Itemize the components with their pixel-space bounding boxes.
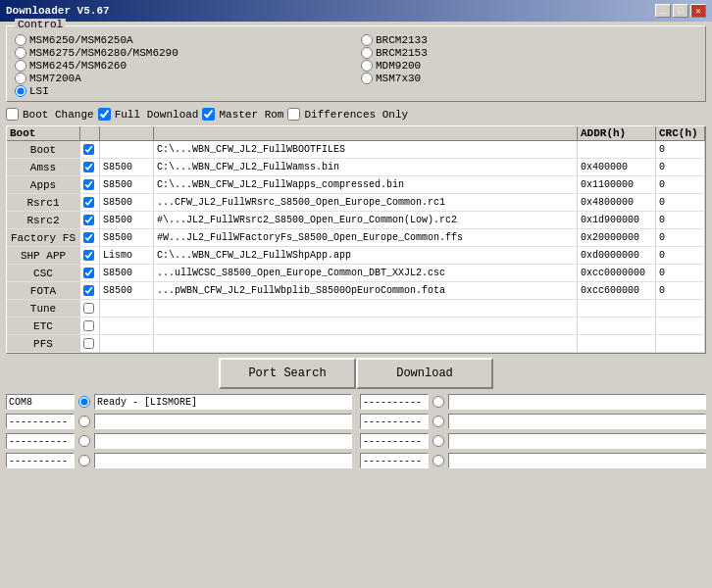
status-right-radio-1[interactable]: [432, 396, 444, 408]
radio-lsi[interactable]: LSI: [15, 85, 351, 97]
file-table: Boot ADDR(h) CRC(h) Boot C:\...WBN_CFW_J…: [6, 125, 706, 354]
row-check-pfs[interactable]: [80, 335, 100, 352]
status-right-text-1[interactable]: [448, 394, 706, 410]
row-check-boot[interactable]: [80, 141, 100, 158]
row-type-apps: S8500: [100, 176, 154, 193]
master-rom-checkbox[interactable]: [202, 108, 215, 121]
status-radio-1[interactable]: [78, 396, 90, 408]
table-row: FOTA S8500 ...pWBN_CFW_JL2_FullWbplib_S8…: [7, 282, 705, 300]
radio-mdm9200[interactable]: MDM9200: [361, 60, 697, 72]
table-row: SHP APP Lismo C:\...WBN_CFW_JL2_FullWShp…: [7, 247, 705, 265]
row-check-amss[interactable]: [80, 159, 100, 175]
table-row: PFS: [7, 335, 705, 353]
row-crc-rsrc1: 0: [656, 194, 705, 211]
status-radio-2[interactable]: [78, 416, 90, 427]
radio-msm7200a[interactable]: MSM7200A: [15, 73, 351, 84]
table-row: Tune: [7, 300, 705, 318]
status-right-input-2[interactable]: [360, 414, 429, 429]
table-row: ETC: [7, 318, 705, 335]
com-port-input[interactable]: [6, 394, 75, 410]
row-check-fota[interactable]: [80, 282, 100, 299]
row-check-rsrc2[interactable]: [80, 212, 100, 228]
control-group: Control MSM6250/MSM6250A BRCM2133 MSM627…: [6, 25, 706, 102]
row-crc-etc: [656, 318, 705, 334]
status-radio-3[interactable]: [78, 435, 90, 447]
status-text-4[interactable]: [94, 453, 352, 468]
row-addr-rsrc2: 0x1d900000: [578, 212, 656, 228]
status-input-3[interactable]: [6, 433, 75, 449]
row-path-factoryfs: #W...JL2_FullWFactoryFs_S8500_Open_Europ…: [154, 229, 578, 246]
row-addr-boot: [578, 141, 656, 158]
status-right-radio-3[interactable]: [432, 435, 444, 447]
status-right-text-3[interactable]: [448, 433, 706, 449]
row-check-rsrc1[interactable]: [80, 194, 100, 211]
row-path-csc: ...ullWCSC_S8500_Open_Europe_Common_DBT_…: [154, 265, 578, 281]
status-right-text-2[interactable]: [448, 414, 706, 429]
status-radio-4[interactable]: [78, 455, 90, 466]
row-addr-fota: 0xcc600000: [578, 282, 656, 299]
row-crc-boot: 0: [656, 141, 705, 158]
row-addr-etc: [578, 318, 656, 334]
col-crc: CRC(h): [656, 126, 705, 140]
row-type-factoryfs: S8500: [100, 229, 154, 246]
status-text-3[interactable]: [94, 433, 352, 449]
row-check-csc[interactable]: [80, 265, 100, 281]
status-row-right-4: [360, 452, 706, 469]
row-type-shpapp: Lismo: [100, 247, 154, 264]
radio-brcm2133[interactable]: BRCM2133: [361, 34, 697, 46]
differences-only-checkbox[interactable]: [287, 108, 300, 121]
options-row: Boot Change Full Download Master Rom Dif…: [6, 106, 706, 125]
radio-brcm2153[interactable]: BRCM2153: [361, 47, 697, 59]
row-addr-pfs: [578, 335, 656, 352]
download-button[interactable]: Download: [356, 358, 493, 389]
radio-msm6245[interactable]: MSM6245/MSM6260: [15, 60, 351, 72]
status-right-radio-4[interactable]: [432, 455, 444, 466]
table-row: CSC S8500 ...ullWCSC_S8500_Open_Europe_C…: [7, 265, 705, 282]
status-area: [6, 393, 706, 469]
status-row-3: [6, 432, 352, 450]
minimize-button[interactable]: _: [655, 4, 671, 18]
close-button[interactable]: ✕: [690, 4, 706, 18]
status-right-input-1[interactable]: [360, 394, 429, 410]
status-row-right-1: [360, 393, 706, 411]
row-addr-apps: 0x1100000: [578, 176, 656, 193]
row-crc-rsrc2: 0: [656, 212, 705, 228]
status-input-2[interactable]: [6, 414, 75, 429]
row-addr-shpapp: 0xd0000000: [578, 247, 656, 264]
control-group-label: Control: [15, 19, 66, 30]
radio-msm6275[interactable]: MSM6275/MSM6280/MSM6290: [15, 47, 351, 59]
row-check-tune[interactable]: [80, 300, 100, 317]
row-label-rsrc2: Rsrc2: [7, 212, 80, 228]
status-right-input-4[interactable]: [360, 453, 429, 468]
table-row: Amss S8500 C:\...WBN_CFW_JL2_FullWamss.b…: [7, 159, 705, 176]
row-check-etc[interactable]: [80, 318, 100, 334]
row-path-etc: [154, 318, 578, 334]
status-text-2[interactable]: [94, 414, 352, 429]
row-check-factoryfs[interactable]: [80, 229, 100, 246]
row-crc-csc: 0: [656, 265, 705, 281]
table-row: Rsrc2 S8500 #\...JL2_FullWRsrc2_S8500_Op…: [7, 212, 705, 229]
status-row-2: [6, 413, 352, 430]
radio-msm7x30[interactable]: MSM7x30: [361, 73, 697, 84]
status-right-input-3[interactable]: [360, 433, 429, 449]
full-download-checkbox[interactable]: [98, 108, 111, 121]
row-check-shpapp[interactable]: [80, 247, 100, 264]
table-row: Apps S8500 C:\...WBN_CFW_JL2_FullWapps_c…: [7, 176, 705, 194]
row-label-apps: Apps: [7, 176, 80, 193]
row-check-apps[interactable]: [80, 176, 100, 193]
maximize-button[interactable]: □: [673, 4, 688, 18]
status-right-text-4[interactable]: [448, 453, 706, 468]
col-addr: ADDR(h): [578, 126, 656, 140]
port-search-button[interactable]: Port Search: [219, 358, 356, 389]
status-text-1[interactable]: [94, 394, 352, 410]
row-type-tune: [100, 300, 154, 317]
radio-msm6250[interactable]: MSM6250/MSM6250A: [15, 34, 351, 46]
col-path: [154, 126, 578, 140]
boot-change-checkbox[interactable]: [6, 108, 19, 121]
col-type: [100, 126, 154, 140]
full-download-label: Full Download: [115, 109, 199, 121]
status-right-radio-2[interactable]: [432, 416, 444, 427]
table-row: Boot C:\...WBN_CFW_JL2_FullWBOOTFILES 0: [7, 141, 705, 159]
status-input-4[interactable]: [6, 453, 75, 468]
boot-change-label: Boot Change: [23, 109, 94, 121]
